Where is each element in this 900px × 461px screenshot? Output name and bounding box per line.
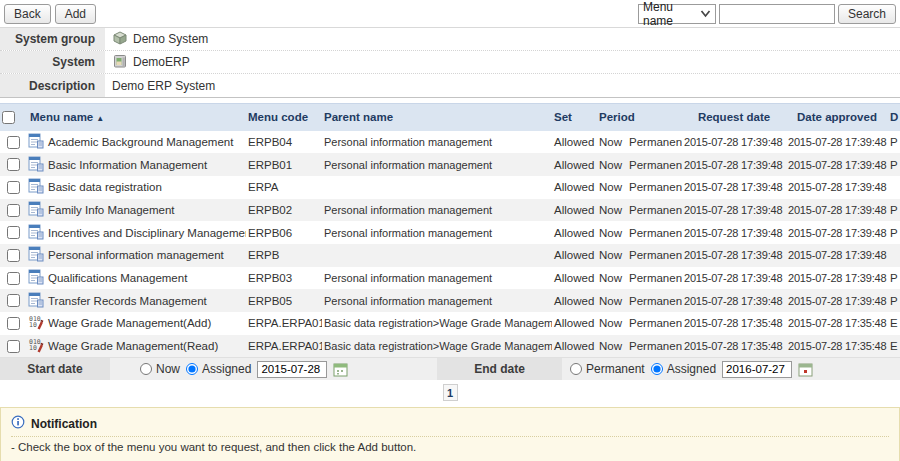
set-cell: Allowed: [552, 176, 597, 199]
row-checkbox[interactable]: [7, 294, 20, 307]
date-approved-cell: 2015-07-28 17:39:48: [786, 244, 888, 267]
back-button[interactable]: Back: [4, 4, 51, 24]
end-date-input[interactable]: [722, 361, 792, 378]
row-checkbox[interactable]: [7, 226, 20, 239]
date-approved-cell: 2015-07-28 17:35:48: [786, 335, 888, 358]
row-checkbox[interactable]: [7, 136, 20, 149]
notification-panel: Notification - Check the box of the menu…: [0, 407, 900, 461]
date-approved-cell: 2015-07-28 17:39:48: [786, 267, 888, 290]
form-window-icon: [28, 246, 44, 264]
row-checkbox[interactable]: [7, 340, 20, 353]
system-info-panel: System group Demo System System DemoERP …: [0, 27, 900, 98]
period-cell: NowPermanent: [597, 267, 682, 290]
start-assigned-radio[interactable]: [186, 363, 198, 375]
extra-cell: [888, 176, 900, 199]
header-extra[interactable]: D: [888, 104, 900, 131]
page-button-1[interactable]: 1: [443, 384, 458, 401]
menu-name-cell: Transfer Records Management: [48, 295, 207, 307]
request-date-cell: 2015-07-28 17:39:48: [682, 267, 786, 290]
date-approved-cell: 2015-07-28 17:39:48: [786, 221, 888, 244]
form-window-icon: [28, 269, 44, 287]
end-date-assigned-option[interactable]: Assigned: [651, 362, 716, 376]
end-assigned-radio[interactable]: [651, 363, 663, 375]
date-approved-cell: 2015-07-28 17:39:48: [786, 289, 888, 312]
request-date-cell: 2015-07-28 17:39:48: [682, 153, 786, 176]
row-checkbox[interactable]: [7, 249, 20, 262]
header-period[interactable]: Period: [597, 104, 682, 131]
header-menu-code[interactable]: Menu code: [246, 104, 322, 131]
row-checkbox[interactable]: [7, 317, 20, 330]
header-request-date[interactable]: Request date: [682, 104, 786, 131]
description-label: Description: [0, 74, 105, 97]
set-cell: Allowed: [552, 267, 597, 290]
menu-code-cell: ERPA.ERPA01_C: [246, 312, 322, 335]
set-cell: Allowed: [552, 131, 597, 154]
request-date-cell: 2015-07-28 17:39:48: [682, 131, 786, 154]
menu-request-page: Back Add Menu name Search System group D…: [0, 0, 900, 461]
header-parent-name[interactable]: Parent name: [322, 104, 552, 131]
menu-table-row: Transfer Records ManagementERPB05Persona…: [0, 289, 900, 312]
set-cell: Allowed: [552, 289, 597, 312]
form-window-icon: [28, 178, 44, 196]
pagination: 1: [0, 384, 900, 401]
system-group-row: System group Demo System: [0, 28, 900, 51]
system-group-label: System group: [0, 28, 105, 50]
menu-code-cell: ERPB: [246, 244, 322, 267]
menu-code-cell: ERPB03: [246, 267, 322, 290]
search-button[interactable]: Search: [838, 4, 896, 24]
request-date-cell: 2015-07-28 17:39:48: [682, 221, 786, 244]
header-date-approved[interactable]: Date approved: [786, 104, 888, 131]
header-menu-name[interactable]: Menu name▲: [26, 104, 246, 131]
menu-code-cell: ERPA: [246, 176, 322, 199]
menu-name-cell: Basic data registration: [48, 181, 162, 193]
request-date-cell: 2015-07-28 17:39:48: [682, 199, 786, 222]
row-checkbox[interactable]: [7, 272, 20, 285]
period-cell: NowPermanent: [597, 312, 682, 335]
description-row: Description Demo ERP System: [0, 74, 900, 97]
period-cell: NowPermanent: [597, 176, 682, 199]
parent-name-cell: [322, 176, 552, 199]
start-date-input[interactable]: [257, 361, 327, 378]
menu-name-cell: Family Info Management: [48, 204, 175, 216]
search-field-select[interactable]: Menu name: [638, 4, 716, 24]
date-range-bar: Start date Now Assigned End date Permane…: [0, 357, 900, 380]
header-set[interactable]: Set: [552, 104, 597, 131]
extra-cell: E: [888, 312, 900, 335]
menu-table: Menu name▲ Menu code Parent name Set Per…: [0, 103, 900, 357]
parent-name-cell: [322, 244, 552, 267]
menu-name-cell: Incentives and Disciplinary Management: [48, 227, 246, 239]
menu-code-cell: ERPB01: [246, 153, 322, 176]
extra-cell: [888, 244, 900, 267]
period-cell: NowPermanent: [597, 244, 682, 267]
extra-cell: P: [888, 221, 900, 244]
end-permanent-radio[interactable]: [570, 363, 582, 375]
date-approved-cell: 2015-07-28 17:35:48: [786, 312, 888, 335]
end-date-calendar-icon[interactable]: [798, 362, 813, 377]
date-approved-cell: 2015-07-28 17:39:48: [786, 199, 888, 222]
form-window-icon: [28, 201, 44, 219]
set-cell: Allowed: [552, 244, 597, 267]
start-date-calendar-icon[interactable]: [333, 362, 348, 377]
toolbar: Back Add Menu name Search: [0, 0, 900, 27]
menu-code-cell: ERPA.ERPA01_R: [246, 335, 322, 358]
start-date-now-option[interactable]: Now: [140, 362, 180, 376]
form-window-icon: [28, 224, 44, 242]
row-checkbox[interactable]: [7, 158, 20, 171]
extra-cell: P: [888, 289, 900, 312]
set-cell: Allowed: [552, 153, 597, 176]
request-date-cell: 2015-07-28 17:35:48: [682, 312, 786, 335]
search-input[interactable]: [719, 4, 835, 24]
row-checkbox[interactable]: [7, 181, 20, 194]
start-date-assigned-option[interactable]: Assigned: [186, 362, 251, 376]
add-button[interactable]: Add: [55, 4, 96, 24]
period-cell: NowPermanent: [597, 131, 682, 154]
parent-name-cell: Basic data registration>Wage Grade Manag…: [322, 312, 552, 335]
row-checkbox[interactable]: [7, 204, 20, 217]
menu-name-cell: Wage Grade Management(Add): [48, 317, 211, 329]
end-date-permanent-option[interactable]: Permanent: [570, 362, 645, 376]
function-icon: 01010: [28, 314, 44, 332]
form-window-icon: [28, 133, 44, 151]
menu-name-cell: Wage Grade Management(Read): [48, 340, 218, 352]
start-now-radio[interactable]: [140, 363, 152, 375]
select-all-checkbox[interactable]: [2, 111, 15, 124]
